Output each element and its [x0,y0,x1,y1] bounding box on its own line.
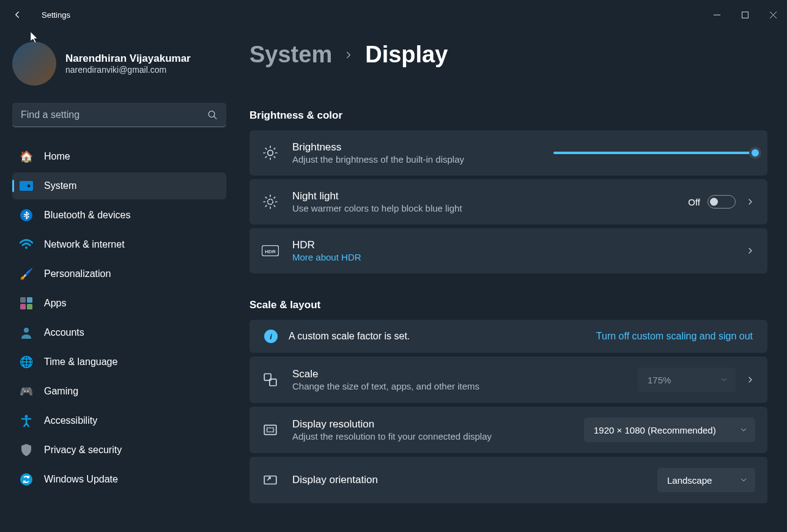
orientation-icon [262,472,279,488]
home-icon: 🏠 [20,150,33,163]
bluetooth-icon [20,209,33,222]
sidebar-item-label: Accessibility [44,415,97,426]
sidebar-item-label: Personalization [44,268,111,279]
breadcrumb-parent[interactable]: System [249,42,332,68]
svg-rect-37 [264,425,276,434]
resolution-title: Display resolution [292,418,571,430]
svg-line-18 [265,148,267,149]
search-box [12,103,226,127]
svg-line-31 [265,205,267,207]
section-brightness-heading: Brightness & color [249,109,767,122]
sidebar-item-time[interactable]: 🌐 Time & language [12,349,226,375]
svg-point-5 [28,185,31,188]
brightness-slider[interactable] [553,152,755,154]
main-content: System Display Brightness & color Bright… [238,29,787,532]
chevron-right-icon[interactable] [745,246,755,256]
arrow-left-icon [12,9,23,20]
svg-rect-9 [27,297,32,303]
nav-menu: 🏠 Home System Bluetooth & devices Networ… [12,143,226,493]
turn-off-scaling-link[interactable]: Turn off custom scaling and sign out [596,331,753,342]
minimize-button[interactable] [703,5,731,24]
sidebar-item-system[interactable]: System [12,172,226,199]
user-name: Narendhiran Vijayakumar [65,53,191,65]
svg-line-28 [274,205,275,207]
sun-icon [262,145,279,161]
sidebar-item-label: Bluetooth & devices [44,210,130,221]
maximize-button[interactable] [731,5,759,24]
update-icon [20,473,33,486]
svg-rect-11 [27,304,32,309]
chevron-right-icon[interactable] [745,375,755,385]
chevron-down-icon [739,426,748,434]
svg-line-23 [274,148,275,149]
night-light-icon [262,194,279,210]
section-scale-heading: Scale & layout [249,299,767,311]
sidebar-item-accessibility[interactable]: Accessibility [12,407,226,434]
scale-value: 175% [648,375,671,385]
resolution-row[interactable]: Display resolution Adjust the resolution… [249,407,767,453]
svg-point-15 [268,150,273,156]
brightness-subtitle: Adjust the brightness of the built-in di… [292,154,540,164]
search-input[interactable] [12,103,226,127]
resolution-dropdown[interactable]: 1920 × 1080 (Recommended) [584,418,755,442]
titlebar: Settings [0,0,787,29]
orientation-row[interactable]: Display orientation Landscape [249,457,767,503]
app-title: Settings [42,10,70,20]
orientation-title: Display orientation [292,474,644,486]
svg-point-13 [25,415,28,418]
svg-rect-38 [267,428,274,432]
wifi-icon [20,238,33,251]
sidebar-item-privacy[interactable]: Privacy & security [12,437,226,464]
person-icon [20,326,33,339]
svg-rect-10 [20,304,26,309]
avatar [12,42,56,86]
svg-line-27 [265,197,267,198]
hdr-row[interactable]: HDR HDR More about HDR [249,228,767,273]
svg-point-12 [24,328,29,333]
breadcrumb: System Display [249,42,767,68]
scale-info-banner: i A custom scale factor is set. Turn off… [249,320,767,353]
sidebar-item-gaming[interactable]: 🎮 Gaming [12,378,226,405]
svg-rect-8 [20,297,26,303]
chevron-right-icon[interactable] [745,197,755,207]
accessibility-icon [20,414,33,427]
night-light-toggle[interactable] [708,195,736,209]
sidebar-item-apps[interactable]: Apps [12,290,226,317]
svg-text:HDR: HDR [265,249,276,254]
scale-subtitle: Change the size of text, apps, and other… [292,381,624,391]
minimize-icon [714,12,720,18]
scale-row[interactable]: Scale Change the size of text, apps, and… [249,357,767,403]
brightness-row: Brightness Adjust the brightness of the … [249,130,767,175]
sidebar-item-label: Accounts [44,327,84,338]
sidebar-item-bluetooth[interactable]: Bluetooth & devices [12,202,226,229]
close-icon [770,12,777,18]
hdr-title: HDR [292,239,732,251]
sidebar-item-label: Time & language [44,357,117,368]
resolution-subtitle: Adjust the resolution to fit your connec… [292,431,571,441]
sidebar-item-update[interactable]: Windows Update [12,466,226,493]
sidebar-item-network[interactable]: Network & internet [12,231,226,258]
orientation-value: Landscape [667,475,712,486]
night-light-row[interactable]: Night light Use warmer colors to help bl… [249,179,767,224]
svg-point-14 [20,473,32,486]
info-icon: i [264,330,278,343]
user-profile[interactable]: Narendhiran Vijayakumar narendiranviki@g… [12,42,226,86]
orientation-dropdown[interactable]: Landscape [657,468,755,492]
sidebar-item-label: Windows Update [44,474,118,485]
shield-icon [20,443,33,457]
paintbrush-icon: 🖌️ [20,267,33,281]
chevron-down-icon [720,375,728,384]
chevron-right-icon [343,50,354,61]
hdr-link[interactable]: More about HDR [292,252,732,262]
search-icon [207,110,218,120]
sidebar-item-accounts[interactable]: Accounts [12,319,226,346]
resolution-value: 1920 × 1080 (Recommended) [594,425,716,435]
close-button[interactable] [759,5,787,24]
sidebar-item-label: Privacy & security [44,445,122,456]
sidebar-item-label: Apps [44,298,66,309]
back-button[interactable] [5,2,29,27]
svg-point-7 [25,246,28,249]
sidebar-item-personalization[interactable]: 🖌️ Personalization [12,260,226,287]
svg-rect-1 [742,12,748,18]
sidebar-item-home[interactable]: 🏠 Home [12,143,226,170]
